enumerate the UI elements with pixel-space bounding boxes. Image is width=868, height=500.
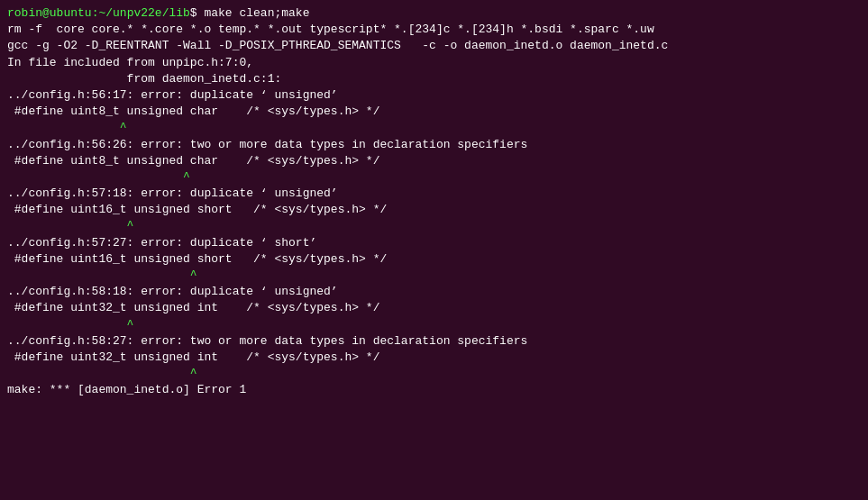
terminal-line-14: ../config.h:57:18: error: duplicate ‘ un… — [7, 186, 861, 202]
terminal-line-16: ^ — [7, 218, 861, 234]
terminal-line-20: ^ — [7, 268, 861, 284]
terminal-line-26: ../config.h:58:27: error: two or more da… — [7, 333, 861, 350]
prompt-user: robin@ubuntu — [7, 6, 92, 20]
terminal-line-6: ../config.h:56:17: error: duplicate ‘ un… — [7, 87, 861, 104]
prompt-path: :~/unpv22e/lib — [92, 6, 190, 20]
terminal-line-30: make: *** [daemon_inetd.o] Error 1 — [7, 382, 861, 398]
terminal-line-15: #define uint16_t unsigned short /* <sys/… — [7, 202, 861, 218]
terminal-line-1: robin@ubuntu:~/unpv22e/lib$ make clean;m… — [7, 5, 861, 22]
terminal-line-28: ^ — [7, 366, 861, 382]
terminal-line-12: ^ — [7, 169, 861, 186]
terminal-line-2: rm -f core core.* *.core *.o temp.* *.ou… — [7, 22, 861, 38]
terminal-line-5: from daemon_inetd.c:1: — [7, 71, 861, 87]
terminal-line-19: #define uint16_t unsigned short /* <sys/… — [7, 251, 861, 268]
prompt-dollar: $ — [190, 6, 197, 20]
terminal-line-18: ../config.h:57:27: error: duplicate ‘ sh… — [7, 235, 861, 251]
terminal-line-4: In file included from unpipc.h:7:0, — [7, 55, 861, 71]
terminal-line-10: ../config.h:56:26: error: two or more da… — [7, 137, 861, 153]
terminal-line-7: #define uint8_t unsigned char /* <sys/ty… — [7, 104, 861, 120]
terminal-window: robin@ubuntu:~/unpv22e/lib$ make clean;m… — [0, 0, 868, 500]
terminal-line-23: #define uint32_t unsigned int /* <sys/ty… — [7, 300, 861, 316]
terminal-line-27: #define uint32_t unsigned int /* <sys/ty… — [7, 350, 861, 366]
terminal-line-24: ^ — [7, 317, 861, 333]
terminal-line-11: #define uint8_t unsigned char /* <sys/ty… — [7, 153, 861, 169]
terminal-line-8: ^ — [7, 120, 861, 136]
terminal-line-22: ../config.h:58:18: error: duplicate ‘ un… — [7, 284, 861, 300]
terminal-line-3: gcc -g -O2 -D_REENTRANT -Wall -D_POSIX_P… — [7, 38, 861, 54]
command-text: make clean;make — [197, 6, 310, 20]
